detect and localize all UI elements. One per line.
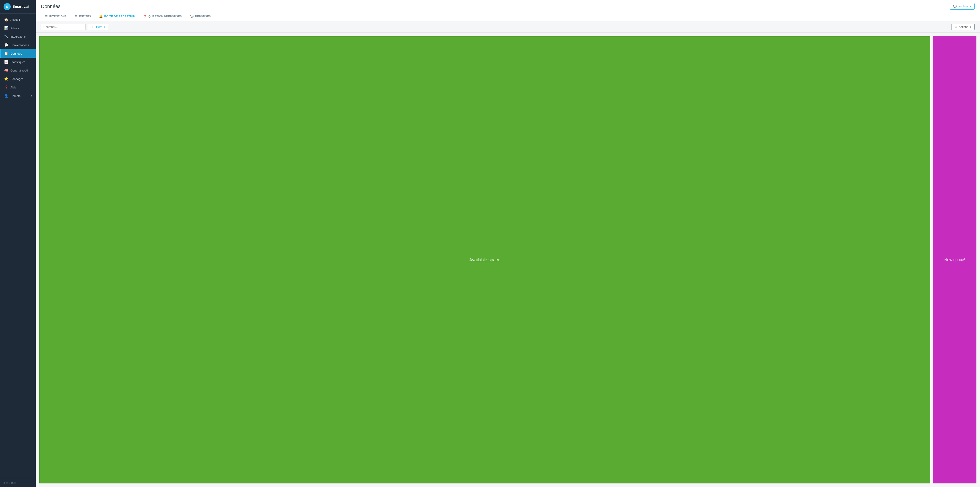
sidebar: S Smartly.ai 🏠 Accueil 📊 Arbres 🔧 Intégr…: [0, 0, 36, 487]
sidebar-item-aide[interactable]: ❓ Aide: [0, 83, 36, 92]
donnees-icon: 📋: [4, 51, 8, 56]
actions-chevron-icon: [969, 25, 971, 29]
arbres-label: Arbres: [11, 27, 19, 30]
aide-icon: ❓: [4, 85, 8, 89]
actions-icon: ☰: [955, 25, 957, 29]
statistiques-icon: 📈: [4, 60, 8, 64]
intentions-tab-icon: ☰: [45, 15, 48, 18]
aide-label: Aide: [11, 86, 16, 89]
tab-entites[interactable]: ☰ ENTITÉS: [71, 12, 95, 21]
questions-reponses-tab-icon: ❓: [143, 15, 147, 18]
compte-icon: 👤: [4, 94, 8, 98]
sidebar-item-generative-ai[interactable]: 🧠 Generative AI: [0, 66, 36, 75]
sidebar-logo[interactable]: S Smartly.ai: [0, 0, 36, 14]
logo-icon: S: [3, 3, 11, 10]
filters-label: Filters: [94, 25, 102, 29]
search-input[interactable]: [41, 24, 86, 30]
sidebar-item-conversations[interactable]: 💬 Conversations: [0, 41, 36, 49]
filters-button[interactable]: ⊟ Filters: [88, 24, 108, 30]
nav-items: 🏠 Accueil 📊 Arbres 🔧 Intégrations 💬 Conv…: [0, 14, 36, 479]
filters-chevron-icon: [103, 25, 105, 29]
statistiques-label: Statistiques: [11, 60, 25, 64]
header-right: 💬 test boa: [950, 3, 975, 10]
arbres-icon: 📊: [4, 26, 8, 30]
toolbar-left: ⊟ Filters: [41, 24, 108, 30]
questions-reponses-tab-label: QUESTIONS/RÉPONSES: [148, 15, 182, 18]
tab-intentions[interactable]: ☰ INTENTIONS: [41, 12, 71, 21]
sidebar-item-statistiques[interactable]: 📈 Statistiques: [0, 58, 36, 66]
intentions-tab-label: INTENTIONS: [49, 15, 67, 18]
sidebar-item-arbres[interactable]: 📊 Arbres: [0, 24, 36, 32]
boite-reception-tab-icon: 🔔: [99, 15, 103, 18]
main-panel: Available space: [39, 36, 930, 484]
integrations-icon: 🔧: [4, 35, 8, 38]
reponses-tab-icon: 💬: [190, 15, 194, 18]
conversations-label: Conversations: [11, 43, 29, 47]
bot-dropdown-icon: [969, 5, 971, 8]
content-area: Available space New space!: [36, 32, 980, 487]
generative-ai-label: Generative AI: [11, 69, 28, 72]
tab-reponses[interactable]: 💬 RÉPONSES: [186, 12, 215, 21]
accueil-label: Accueil: [11, 18, 20, 21]
compte-label: Compte: [11, 94, 21, 97]
generative-ai-icon: 🧠: [4, 68, 8, 72]
sidebar-item-accueil[interactable]: 🏠 Accueil: [0, 15, 36, 24]
compte-chevron-icon: ▾: [31, 94, 32, 97]
conversations-icon: 💬: [4, 43, 8, 47]
tab-questions-reponses[interactable]: ❓ QUESTIONS/RÉPONSES: [139, 12, 186, 21]
boite-reception-tab-label: BOÎTE DE RECEPTION: [104, 15, 135, 18]
main-content: Données 💬 test boa ☰ INTENTIONS ☰ ENTITÉ…: [36, 0, 980, 487]
reponses-tab-label: RÉPONSES: [195, 15, 211, 18]
entites-tab-label: ENTITÉS: [79, 15, 91, 18]
donnees-label: Données: [11, 52, 22, 55]
bot-icon: 💬: [953, 5, 957, 8]
version-label: 3.11.3.RC1: [0, 479, 36, 487]
integrations-label: Intégrations: [11, 35, 25, 38]
bot-button-label: test boa: [958, 5, 968, 8]
entites-tab-icon: ☰: [75, 15, 78, 18]
actions-button[interactable]: ☰ Actions: [951, 24, 975, 30]
filter-icon: ⊟: [91, 25, 93, 29]
logo-text: Smartly.ai: [13, 5, 29, 9]
header: Données 💬 test boa: [36, 0, 980, 12]
sidebar-item-donnees[interactable]: 📋 Données: [0, 49, 36, 58]
sondages-icon: ⭐: [4, 77, 8, 81]
sondages-label: Sondages: [11, 77, 24, 81]
accueil-icon: 🏠: [4, 18, 8, 22]
side-panel: New space!: [933, 36, 977, 484]
sidebar-item-compte[interactable]: 👤 Compte ▾: [0, 92, 36, 100]
page-title: Données: [41, 3, 60, 10]
bot-selector-button[interactable]: 💬 test boa: [950, 3, 975, 10]
sidebar-item-sondages[interactable]: ⭐ Sondages: [0, 75, 36, 83]
actions-label: Actions: [959, 25, 968, 29]
tabs-bar: ☰ INTENTIONS ☰ ENTITÉS 🔔 BOÎTE DE RECEPT…: [36, 12, 980, 21]
sidebar-item-integrations[interactable]: 🔧 Intégrations: [0, 32, 36, 41]
toolbar: ⊟ Filters ☰ Actions: [36, 21, 980, 32]
tab-boite-reception[interactable]: 🔔 BOÎTE DE RECEPTION: [95, 12, 139, 21]
